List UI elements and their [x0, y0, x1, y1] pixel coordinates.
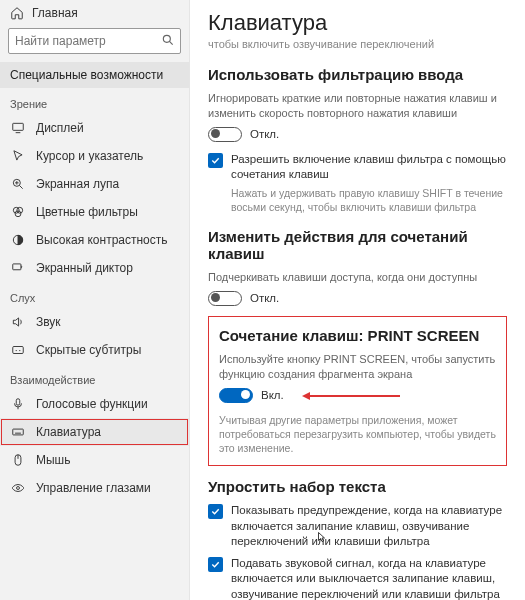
magnifier-icon: [10, 177, 26, 191]
soundsignal-checkbox-label: Подавать звуковой сигнал, когда на клави…: [231, 556, 507, 600]
printscreen-highlight: Сочетание клавиш: PRINT SCREEN Используй…: [208, 316, 507, 466]
sidebar-item-speech[interactable]: Голосовые функции: [0, 390, 189, 418]
soundsignal-checkbox[interactable]: [208, 557, 223, 572]
nav-label: Управление глазами: [36, 481, 151, 495]
svg-rect-14: [16, 399, 20, 405]
home-label: Главная: [32, 6, 78, 20]
nav-label: Мышь: [36, 453, 71, 467]
section-filter-desc: Игнорировать краткие или повторные нажат…: [208, 91, 507, 121]
sidebar-item-narrator[interactable]: Экранный диктор: [0, 254, 189, 282]
sidebar-item-mouse[interactable]: Мышь: [0, 446, 189, 474]
group-hearing: Слух: [0, 282, 189, 308]
group-interaction: Взаимодействие: [0, 364, 189, 390]
filter-toggle-label: Откл.: [250, 128, 279, 140]
svg-rect-13: [13, 347, 24, 354]
warning-checkbox[interactable]: [208, 504, 223, 519]
section-shortcut-desc: Подчеркивать клавиши доступа, когда они …: [208, 270, 507, 285]
printscreen-hint: Учитывая другие параметры приложения, мо…: [219, 413, 496, 456]
sidebar-item-high-contrast[interactable]: Высокая контрастность: [0, 226, 189, 254]
mouse-icon: [10, 453, 26, 467]
section-shortcut-heading: Изменить действия для сочетаний клавиш: [208, 228, 507, 262]
nav-label: Экранная лупа: [36, 177, 119, 191]
svg-line-5: [19, 185, 22, 188]
category-header: Специальные возможности: [0, 62, 189, 88]
section-filter-heading: Использовать фильтрацию ввода: [208, 66, 507, 83]
sidebar-item-magnifier[interactable]: Экранная лупа: [0, 170, 189, 198]
sidebar: Главная Специальные возможности Зрение Д…: [0, 0, 190, 600]
svg-rect-2: [13, 123, 24, 130]
sidebar-item-keyboard[interactable]: Клавиатура: [0, 418, 189, 446]
search-box[interactable]: [8, 28, 181, 54]
captions-icon: [10, 343, 26, 357]
section-printscreen-desc: Используйте кнопку PRINT SCREEN, чтобы з…: [219, 352, 496, 382]
warning-checkbox-label: Показывать предупреждение, когда на клав…: [231, 503, 507, 550]
printscreen-toggle[interactable]: [219, 388, 253, 403]
sidebar-item-eye[interactable]: Управление глазами: [0, 474, 189, 502]
sidebar-item-cursor[interactable]: Курсор и указатель: [0, 142, 189, 170]
printscreen-toggle-label: Вкл.: [261, 389, 284, 401]
narrator-icon: [10, 261, 26, 275]
nav-label: Голосовые функции: [36, 397, 148, 411]
svg-point-9: [17, 207, 23, 213]
page-subtitle: чтобы включить озвучивание переключений: [208, 38, 507, 50]
search-input[interactable]: [8, 28, 181, 54]
section-typing-heading: Упростить набор текста: [208, 478, 507, 495]
display-icon: [10, 121, 26, 135]
underline-toggle[interactable]: [208, 291, 242, 306]
nav-label: Курсор и указатель: [36, 149, 143, 163]
nav-label: Звук: [36, 315, 61, 329]
underline-toggle-label: Откл.: [250, 292, 279, 304]
search-icon: [161, 33, 175, 47]
mouse-cursor-icon: [316, 530, 328, 544]
home-link[interactable]: Главная: [0, 0, 189, 24]
section-printscreen-heading: Сочетание клавиш: PRINT SCREEN: [219, 327, 496, 344]
filter-toggle[interactable]: [208, 127, 242, 142]
nav-label: Скрытые субтитры: [36, 343, 141, 357]
nav-label: Дисплей: [36, 121, 84, 135]
sidebar-item-color-filters[interactable]: Цветные фильтры: [0, 198, 189, 226]
sidebar-item-captions[interactable]: Скрытые субтитры: [0, 336, 189, 364]
svg-point-24: [17, 487, 20, 490]
speech-icon: [10, 397, 26, 411]
svg-rect-15: [13, 429, 24, 435]
svg-line-1: [169, 41, 172, 44]
svg-rect-12: [13, 264, 21, 270]
nav-label: Высокая контрастность: [36, 233, 168, 247]
eye-icon: [10, 481, 26, 495]
sidebar-item-sound[interactable]: Звук: [0, 308, 189, 336]
filter-shortcut-sub: Нажать и удерживать правую клавишу SHIFT…: [231, 186, 507, 214]
cursor-icon: [10, 149, 26, 163]
filter-shortcut-checkbox[interactable]: [208, 153, 223, 168]
nav-label: Цветные фильтры: [36, 205, 138, 219]
high-contrast-icon: [10, 233, 26, 247]
annotation-arrow: [302, 388, 400, 402]
content-pane: Клавиатура чтобы включить озвучивание пе…: [190, 0, 525, 600]
filter-shortcut-label: Разрешить включение клавиш фильтра с пом…: [231, 152, 507, 183]
nav-label: Клавиатура: [36, 425, 101, 439]
nav-label: Экранный диктор: [36, 261, 133, 275]
svg-point-0: [163, 35, 170, 42]
sidebar-item-display[interactable]: Дисплей: [0, 114, 189, 142]
sound-icon: [10, 315, 26, 329]
svg-point-10: [15, 211, 21, 217]
color-filters-icon: [10, 205, 26, 219]
group-vision: Зрение: [0, 88, 189, 114]
keyboard-icon: [10, 425, 26, 439]
page-title: Клавиатура: [208, 10, 507, 36]
home-icon: [10, 6, 24, 20]
